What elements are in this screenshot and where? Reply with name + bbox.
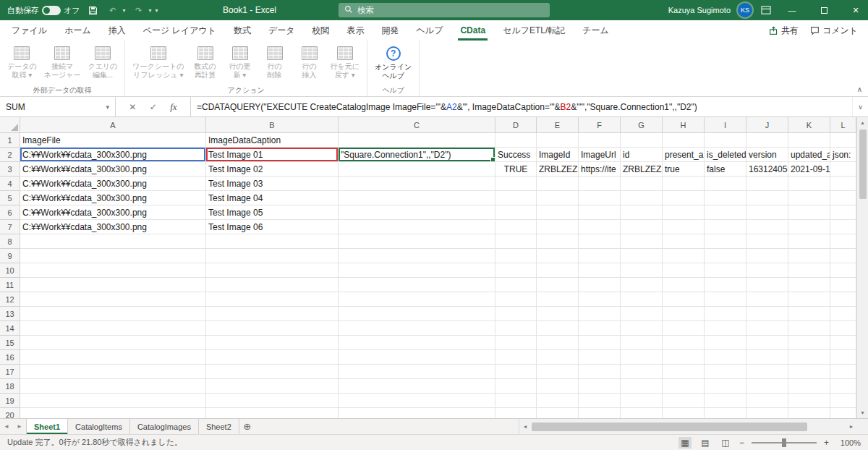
cell-E2[interactable]: ImageId (537, 148, 579, 162)
cell-K7[interactable] (788, 220, 830, 234)
sheet-tab[interactable]: CatalogImages (130, 419, 199, 434)
cell-C13[interactable] (339, 307, 495, 321)
cell-G12[interactable] (621, 292, 663, 307)
cell-H15[interactable] (663, 336, 705, 350)
cell-J10[interactable] (746, 263, 788, 278)
cell-H2[interactable]: present_a (663, 148, 705, 162)
cell-B10[interactable] (206, 263, 339, 278)
cell-H19[interactable] (663, 394, 705, 408)
cell-B20[interactable] (206, 408, 339, 418)
cell-J6[interactable] (746, 205, 788, 220)
cell-J18[interactable] (746, 379, 788, 394)
cell-C7[interactable] (339, 220, 495, 234)
cell-G13[interactable] (621, 307, 663, 321)
cell-I19[interactable] (705, 394, 746, 408)
cell-L9[interactable] (830, 249, 856, 263)
cell-C8[interactable] (339, 234, 495, 249)
cell-A11[interactable] (20, 278, 206, 292)
comment-button[interactable]: コメント (810, 25, 858, 37)
sheet-tab[interactable]: CatalogItems (68, 419, 130, 434)
cell-I18[interactable] (705, 379, 746, 394)
cell-A12[interactable] (20, 292, 206, 307)
row-header-13[interactable]: 13 (0, 307, 20, 321)
cell-L16[interactable] (830, 350, 856, 365)
cell-I5[interactable] (705, 191, 746, 205)
cell-I8[interactable] (705, 234, 746, 249)
cell-E17[interactable] (537, 365, 579, 379)
row-header-6[interactable]: 6 (0, 205, 20, 220)
cell-K12[interactable] (788, 292, 830, 307)
column-header-B[interactable]: B (206, 117, 339, 133)
cell-A3[interactable]: C:¥¥Work¥¥cdata_300x300.png (20, 162, 206, 177)
cell-L8[interactable] (830, 234, 856, 249)
cell-K20[interactable] (788, 408, 830, 418)
cell-J4[interactable] (746, 177, 788, 191)
cell-I6[interactable] (705, 205, 746, 220)
cell-J1[interactable] (746, 133, 788, 148)
vertical-scrollbar[interactable]: ▲ ▼ (856, 117, 868, 418)
cell-A2[interactable]: C:¥¥Work¥¥cdata_300x300.png (20, 148, 206, 162)
cell-J3[interactable]: 163124056 (746, 162, 788, 177)
cell-F7[interactable] (579, 220, 621, 234)
ribbon-tab[interactable]: ページ レイアウト (135, 20, 225, 41)
cell-J16[interactable] (746, 350, 788, 365)
cell-H1[interactable] (663, 133, 705, 148)
cell-F13[interactable] (579, 307, 621, 321)
cell-L14[interactable] (830, 321, 856, 336)
cell-L15[interactable] (830, 336, 856, 350)
cell-J17[interactable] (746, 365, 788, 379)
cell-E4[interactable] (537, 177, 579, 191)
ribbon-tab[interactable]: データ (260, 20, 304, 41)
cell-H11[interactable] (663, 278, 705, 292)
cell-D13[interactable] (495, 307, 537, 321)
cell-G15[interactable] (621, 336, 663, 350)
cell-K11[interactable] (788, 278, 830, 292)
cell-I12[interactable] (705, 292, 746, 307)
cell-B1[interactable]: ImageDataCaption (206, 133, 339, 148)
cell-I17[interactable] (705, 365, 746, 379)
cell-A8[interactable] (20, 234, 206, 249)
cell-L7[interactable] (830, 220, 856, 234)
cell-E16[interactable] (537, 350, 579, 365)
redo-icon[interactable]: ↷ (132, 3, 145, 17)
cell-K16[interactable] (788, 350, 830, 365)
cell-L5[interactable] (830, 191, 856, 205)
ribbon-tab[interactable]: ヘルプ (408, 20, 452, 41)
cell-E19[interactable] (537, 394, 579, 408)
cell-I1[interactable] (705, 133, 746, 148)
cancel-formula-icon[interactable]: ✕ (129, 102, 136, 112)
cell-D7[interactable] (495, 220, 537, 234)
cell-F10[interactable] (579, 263, 621, 278)
cell-L2[interactable]: json: (830, 148, 856, 162)
undo-icon[interactable]: ↶ (106, 3, 119, 17)
cell-E13[interactable] (537, 307, 579, 321)
cell-H5[interactable] (663, 191, 705, 205)
ribbon-button[interactable]: 行の更 新 ▾ (224, 43, 257, 80)
cell-G10[interactable] (621, 263, 663, 278)
row-header-18[interactable]: 18 (0, 379, 20, 394)
cell-C3[interactable] (339, 162, 495, 177)
cell-G1[interactable] (621, 133, 663, 148)
row-header-15[interactable]: 15 (0, 336, 20, 350)
cell-G16[interactable] (621, 350, 663, 365)
redo-dropdown-icon[interactable]: ▾ (149, 7, 152, 14)
cell-C6[interactable] (339, 205, 495, 220)
column-header-A[interactable]: A (20, 117, 206, 133)
row-header-9[interactable]: 9 (0, 249, 20, 263)
cell-H18[interactable] (663, 379, 705, 394)
cell-D18[interactable] (495, 379, 537, 394)
column-header-K[interactable]: K (788, 117, 830, 133)
page-layout-view-icon[interactable]: ▤ (699, 437, 712, 449)
cell-G2[interactable]: id (621, 148, 663, 162)
cell-D3[interactable]: TRUE (495, 162, 537, 177)
ribbon-display-options-icon[interactable] (760, 3, 773, 17)
row-header-12[interactable]: 12 (0, 292, 20, 307)
ribbon-button[interactable]: 行の 挿入 (293, 43, 326, 80)
grid[interactable]: ABCDEFGHIJKL1ImageFileImageDataCaption2C… (0, 117, 856, 418)
cell-F4[interactable] (579, 177, 621, 191)
ribbon-tab[interactable]: 表示 (339, 20, 373, 41)
cell-L4[interactable] (830, 177, 856, 191)
cell-B6[interactable]: Test Image 05 (206, 205, 339, 220)
cell-J2[interactable]: version (746, 148, 788, 162)
cell-E6[interactable] (537, 205, 579, 220)
